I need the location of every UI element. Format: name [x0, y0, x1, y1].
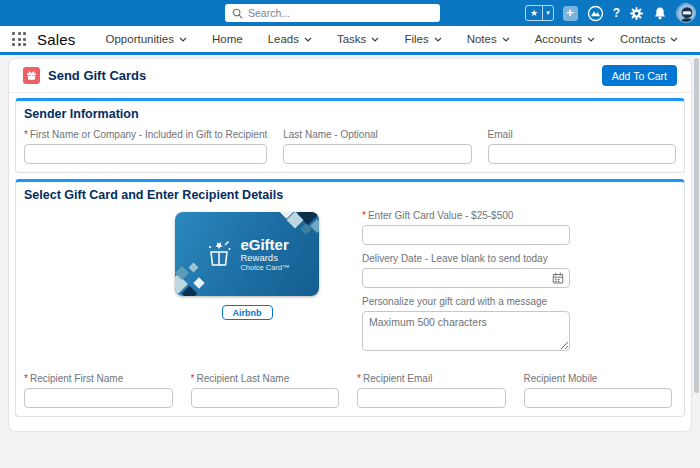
user-avatar[interactable] [676, 3, 696, 23]
required-asterisk: * [362, 210, 366, 221]
vertical-scrollbar[interactable] [693, 55, 700, 468]
chevron-down-icon[interactable] [670, 37, 678, 42]
tab-label: Tasks [337, 33, 366, 45]
message-field: Personalize your gift card with a messag… [362, 296, 570, 355]
tab-label: Files [404, 33, 428, 45]
calendar-icon[interactable] [552, 272, 564, 284]
sender-last-name-input[interactable] [283, 144, 471, 164]
tab-home[interactable]: Home [212, 33, 243, 45]
favorites-button[interactable]: ★ ▾ [525, 5, 554, 21]
chevron-down-icon[interactable] [502, 37, 510, 42]
recipient-mobile-field: Recipient Mobile [524, 373, 673, 408]
page-title: Send Gift Cards [48, 68, 146, 83]
field-label: *First Name or Company - Included in Gif… [24, 129, 267, 140]
tab-opportunities[interactable]: Opportunities [106, 33, 187, 45]
star-icon[interactable]: ★ [526, 6, 542, 20]
quick-create-plus-icon[interactable]: + [563, 6, 578, 21]
field-label: Personalize your gift card with a messag… [362, 296, 570, 307]
scrollbar-thumb[interactable] [694, 58, 699, 393]
recipient-first-name-input[interactable] [24, 388, 173, 408]
nav-tabs: Opportunities Home Leads Tasks Files Not… [106, 33, 700, 46]
gift-card-value-field: *Enter Gift Card Value - $25-$500 [362, 210, 570, 245]
sender-last-name-field: Last Name - Optional [283, 129, 471, 164]
page-content: Send Gift Cards Add To Cart Sender Infor… [0, 58, 700, 432]
chevron-down-icon[interactable] [304, 37, 312, 42]
field-label: *Recipient Last Name [191, 373, 340, 384]
tab-label: Home [212, 33, 243, 45]
sender-fields: *First Name or Company - Included in Gif… [24, 129, 676, 164]
add-to-cart-button[interactable]: Add To Cart [602, 65, 677, 86]
sender-first-name-input[interactable] [24, 144, 267, 164]
help-icon[interactable]: ? [613, 6, 620, 20]
sender-email-input[interactable] [488, 144, 676, 164]
sender-email-field: Email [488, 129, 676, 164]
required-asterisk: * [191, 373, 195, 384]
field-label: *Enter Gift Card Value - $25-$500 [362, 210, 570, 221]
app-launcher-icon[interactable] [12, 32, 26, 46]
recipient-first-name-field: *Recipient First Name [24, 373, 173, 408]
sender-information-section: Sender Information *First Name or Compan… [15, 98, 685, 173]
tab-contacts[interactable]: Contacts [620, 33, 678, 45]
chevron-down-icon[interactable] [434, 37, 442, 42]
tab-leads[interactable]: Leads [268, 33, 312, 45]
tab-files[interactable]: Files [404, 33, 441, 45]
gift-card-section: Select Gift Card and Enter Recipient Det… [15, 179, 685, 417]
gift-card-row: eGifter Rewards Choice Card™ Airbnb [24, 208, 676, 363]
trailhead-icon[interactable] [587, 5, 604, 22]
delivery-date-field: Delivery Date - Leave blank to send toda… [362, 253, 570, 288]
global-header: ★ ▾ + ? [0, 0, 700, 26]
search-icon [232, 8, 243, 19]
gift-icon [23, 67, 40, 84]
recipient-email-input[interactable] [357, 388, 506, 408]
header-actions: ★ ▾ + ? [525, 0, 696, 26]
message-textarea[interactable] [362, 311, 570, 351]
required-asterisk: * [24, 373, 28, 384]
recipient-last-name-field: *Recipient Last Name [191, 373, 340, 408]
global-search[interactable] [225, 4, 440, 22]
favorites-dropdown-caret-icon[interactable]: ▾ [542, 6, 553, 20]
sender-first-name-field: *First Name or Company - Included in Gif… [24, 129, 267, 164]
tab-tasks[interactable]: Tasks [337, 33, 379, 45]
gift-card-image[interactable]: eGifter Rewards Choice Card™ [175, 212, 319, 296]
tab-label: Notes [467, 33, 497, 45]
gift-card-detail-fields: *Enter Gift Card Value - $25-$500 Delive… [362, 208, 570, 363]
tab-accounts[interactable]: Accounts [535, 33, 595, 45]
search-input[interactable] [248, 7, 433, 19]
egifter-gift-logo-icon [204, 239, 234, 269]
field-label: *Recipient First Name [24, 373, 173, 384]
field-label: *Recipient Email [357, 373, 506, 384]
field-label: Recipient Mobile [524, 373, 673, 384]
required-asterisk: * [357, 373, 361, 384]
form-sections: Sender Information *First Name or Compan… [9, 93, 691, 431]
recipient-fields: *Recipient First Name *Recipient Last Na… [24, 373, 676, 408]
section-heading: Sender Information [24, 107, 676, 121]
merchant-airbnb-button[interactable]: Airbnb [222, 305, 273, 320]
tab-notes[interactable]: Notes [467, 33, 510, 45]
delivery-date-input[interactable] [362, 268, 570, 288]
required-asterisk: * [24, 129, 28, 140]
page-header: Send Gift Cards Add To Cart [9, 59, 691, 93]
section-heading: Select Gift Card and Enter Recipient Det… [24, 188, 676, 202]
tab-label: Leads [268, 33, 299, 45]
app-name[interactable]: Sales [37, 31, 76, 48]
field-label: Email [488, 129, 676, 140]
chevron-down-icon[interactable] [587, 37, 595, 42]
recipient-last-name-input[interactable] [191, 388, 340, 408]
field-label: Last Name - Optional [283, 129, 471, 140]
gift-card-brand-text: eGifter Rewards Choice Card™ [240, 237, 289, 272]
gift-card-value-input[interactable] [362, 225, 570, 245]
chevron-down-icon[interactable] [371, 37, 379, 42]
field-label: Delivery Date - Leave blank to send toda… [362, 253, 570, 264]
recipient-mobile-input[interactable] [524, 388, 673, 408]
app-navigation-bar: Sales Opportunities Home Leads Tasks Fil… [0, 26, 700, 55]
send-gift-cards-card: Send Gift Cards Add To Cart Sender Infor… [8, 58, 692, 432]
gift-card-preview-column: eGifter Rewards Choice Card™ Airbnb [24, 208, 362, 363]
tab-label: Contacts [620, 33, 665, 45]
recipient-email-field: *Recipient Email [357, 373, 506, 408]
gear-icon[interactable] [629, 6, 644, 21]
tab-label: Opportunities [106, 33, 174, 45]
tab-label: Accounts [535, 33, 582, 45]
bell-icon[interactable] [653, 6, 667, 21]
chevron-down-icon[interactable] [179, 37, 187, 42]
